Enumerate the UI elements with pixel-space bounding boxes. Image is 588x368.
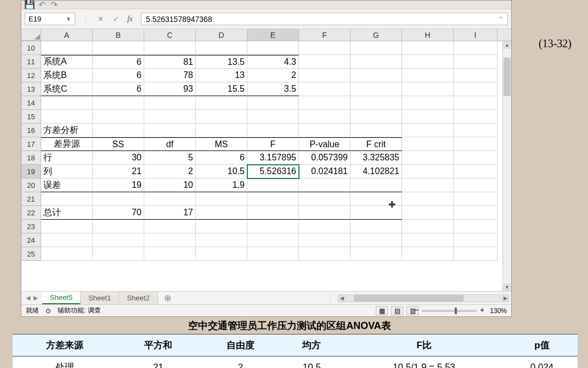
select-all-corner[interactable] [21, 29, 41, 41]
th-df: 自由度 [200, 334, 282, 356]
status-ready: 就绪 [26, 306, 39, 315]
formula-value: 5.52631578947368 [146, 15, 212, 24]
selected-cell[interactable]: 5.526316 [247, 165, 299, 179]
page-reference: (13-32) [539, 37, 572, 50]
name-box-value: E19 [29, 15, 41, 23]
tab-nav: ◀ ▶ [21, 292, 42, 304]
scroll-down-icon[interactable]: ▼ [503, 283, 511, 291]
sheet-tabs: Sheet5 Sheet1 Sheet2 ⊕ [42, 292, 178, 304]
row-18: 18行30563.1578950.0573993.325835 [21, 151, 511, 165]
row-10: 10 [21, 41, 511, 55]
th-f: F比 [342, 334, 506, 356]
scroll-up-icon[interactable]: ▲ [503, 41, 511, 49]
row-16: 16方差分析 [21, 124, 511, 137]
th-ss: 平方和 [117, 334, 200, 356]
status-right: ▦ ▤ ▥ 130% [376, 306, 507, 315]
divider: ⋮ [324, 293, 337, 303]
row-17: 17差异源SSdfMSFP-valueF crit [21, 137, 511, 151]
tab-sheet5[interactable]: Sheet5 [42, 292, 81, 304]
undo-icon[interactable]: ↶ [38, 1, 46, 9]
quick-access-toolbar: 💾 ↶ ↷ [21, 1, 511, 9]
status-bar: 就绪 ⊙ 辅助功能: 调查 ▦ ▤ ▥ 130% [21, 304, 511, 316]
hscroll-left-icon[interactable]: ◀ [338, 294, 346, 302]
formula-bar: E19 ▼ ⋮ ✕ ✓ fx 5.52631578947368 ⌃ [21, 9, 511, 29]
excel-window: 💾 ↶ ↷ E19 ▼ ⋮ ✕ ✓ fx 5.52631578947368 ⌃ … [21, 0, 512, 317]
sheet-tabs-row: ◀ ▶ Sheet5 Sheet1 Sheet2 ⊕ ⋮ ◀ ▶ [21, 291, 511, 304]
row-11: 11系统A68113.54.3 [21, 55, 511, 69]
col-header-A[interactable]: A [41, 29, 93, 41]
zoom-slider[interactable] [422, 310, 477, 312]
view-normal-icon[interactable]: ▦ [376, 306, 388, 315]
tab-sheet2[interactable]: Sheet2 [119, 292, 157, 304]
zoom-level[interactable]: 130% [490, 307, 507, 315]
anova-summary-table: 方差来源 平方和 自由度 均方 F比 p值 处理 21 2 10.5 10.5/… [13, 334, 578, 368]
row-14: 14 [21, 96, 511, 110]
save-icon[interactable]: 💾 [26, 1, 33, 9]
th-ms: 均方 [282, 334, 342, 356]
hscroll-thumb[interactable] [354, 295, 463, 302]
fx-icon[interactable]: fx [123, 15, 137, 24]
rows-area: 10 11系统A68113.54.3 12系统B678132 13系统C6931… [21, 41, 511, 291]
table-header-row: 方差来源 平方和 自由度 均方 F比 p值 [13, 334, 578, 356]
row-25: 25 [21, 247, 511, 261]
row-19: 19列21210.55.5263160.0241814.102821 [21, 165, 511, 179]
col-header-E[interactable]: E [247, 29, 299, 41]
hscroll-right-icon[interactable]: ▶ [501, 294, 509, 302]
vscroll-thumb[interactable] [504, 58, 511, 96]
row-20: 20误差19101.9 [21, 179, 511, 192]
formula-input[interactable]: 5.52631578947368 ⌃ [141, 13, 508, 25]
status-accessibility[interactable]: 辅助功能: 调查 [58, 306, 101, 315]
column-headers: A B C D E F G H I [21, 29, 511, 41]
spreadsheet-grid: A B C D E F G H I 10 11系统A68113.54.3 12系… [21, 29, 511, 291]
col-header-G[interactable]: G [350, 29, 402, 41]
col-header-C[interactable]: C [144, 29, 196, 41]
col-header-I[interactable]: I [454, 29, 497, 41]
row-23: 23 [21, 220, 511, 233]
vertical-scrollbar[interactable]: ▲ ▼ [502, 41, 511, 291]
col-header-H[interactable]: H [402, 29, 454, 41]
th-source: 方差来源 [13, 334, 117, 356]
row-13: 13系统C69315.53.5 [21, 82, 511, 96]
horizontal-scrollbar[interactable]: ⋮ ◀ ▶ [178, 292, 511, 304]
row-21: 21 [21, 192, 511, 206]
divider: ⋮ [80, 14, 93, 24]
tab-next-icon[interactable]: ▶ [33, 294, 38, 302]
row-12: 12系统B678132 [21, 69, 511, 82]
view-page-layout-icon[interactable]: ▤ [391, 306, 403, 315]
expand-formula-icon[interactable]: ⌃ [499, 16, 503, 22]
cancel-button[interactable]: ✕ [93, 13, 108, 26]
tab-sheet1[interactable]: Sheet1 [81, 292, 119, 304]
accessibility-icon[interactable]: ⊙ [46, 307, 51, 315]
table-row: 处理 21 2 10.5 10.5/1.9 = 5.53 0.024 [13, 356, 578, 369]
redo-icon[interactable]: ↷ [50, 1, 58, 9]
row-15: 15 [21, 110, 511, 124]
hscroll-track[interactable] [347, 294, 500, 302]
anova-caption: 空中交通管理员工作压力测试的区组ANOVA表 [21, 319, 558, 332]
th-p: p值 [506, 334, 578, 356]
row-22: 22总计7017 [21, 206, 511, 220]
chevron-down-icon[interactable]: ▼ [66, 16, 71, 22]
row-24: 24 [21, 233, 511, 247]
confirm-button[interactable]: ✓ [108, 13, 123, 26]
col-header-F[interactable]: F [299, 29, 350, 41]
name-box[interactable]: E19 ▼ [25, 13, 75, 25]
tab-prev-icon[interactable]: ◀ [26, 294, 30, 302]
add-sheet-button[interactable]: ⊕ [158, 292, 178, 304]
formula-buttons: ⋮ ✕ ✓ fx [80, 13, 137, 25]
zoom-thumb[interactable] [455, 308, 457, 314]
col-header-D[interactable]: D [196, 29, 247, 41]
col-header-B[interactable]: B [93, 29, 144, 41]
